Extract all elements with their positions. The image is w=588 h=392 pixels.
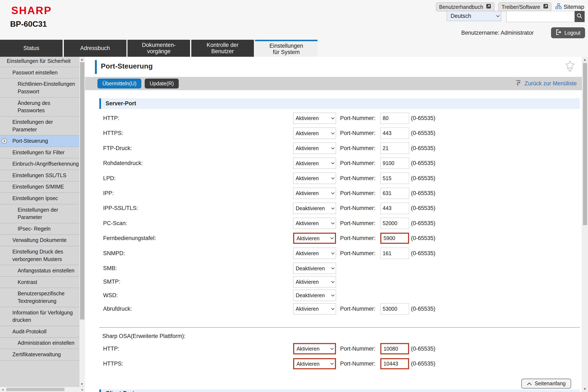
osa-https-state-select[interactable]: Aktivieren [293, 358, 336, 370]
sidebar-item-passwort-einstellen[interactable]: Passwort einstellen [0, 67, 79, 78]
tab-dokumentenvorgaenge[interactable]: Dokumenten- vorgänge [127, 40, 190, 56]
abrufdruck-state-select[interactable]: Aktivieren [293, 303, 336, 315]
scroll-up-arrow-icon[interactable]: ▲ [582, 57, 587, 62]
sidebar-item-information-fuer-verfolgung-drucken[interactable]: Information für Verfolgung drucken [0, 307, 79, 326]
sidebar-item-einstellungen-der-parameter[interactable]: Einstellungen der Parameter [0, 116, 79, 135]
port-number-label: Port-Nummer: [340, 235, 380, 242]
scroll-up-arrow-icon[interactable]: ▲ [79, 57, 85, 62]
drivers-button[interactable]: Treiber/Software [498, 2, 551, 11]
sidebar-item-audit-protokoll[interactable]: Audit-Protokoll [0, 326, 79, 338]
sidebar-item-richtlinien-einstellungen-passwort[interactable]: Richtlinien-Einstellungen Passwort [0, 78, 79, 97]
port-row-smtp: SMTP: Aktivieren [99, 276, 582, 288]
logout-button[interactable]: Logout [551, 27, 585, 38]
favorite-star-icon[interactable] [565, 60, 575, 74]
lpd-port-input[interactable] [380, 172, 409, 184]
sidebar-item-zertifikateverwaltung[interactable]: Zertifikateverwaltung [0, 349, 79, 360]
smtp-state-select[interactable]: Aktivieren [293, 276, 336, 288]
tab-kontrolle-der-benutzer[interactable]: Kontrolle der Benutzer [191, 40, 254, 56]
ipp-port-input[interactable] [380, 188, 409, 199]
sidebar-item-einbruch-angriffserkennung[interactable]: Einbruch-/Angriffserkennung [0, 158, 79, 170]
device-model: BP-60C31 [10, 20, 47, 28]
sidebar-item-kontrast[interactable]: Kontrast [0, 276, 79, 288]
header-user-row: Benutzername: Administrator Logout [461, 27, 585, 38]
sidebar-item-einstellungen-s-mime[interactable]: Einstellungen S/MIME [0, 182, 79, 193]
scroll-down-arrow-icon[interactable]: ▼ [582, 386, 587, 392]
port-number-label: Port-Nummer: [340, 205, 380, 212]
language-select[interactable]: Deutsch [447, 11, 501, 21]
sidebar-filler [0, 360, 79, 376]
https-port-input[interactable] [380, 128, 409, 139]
back-to-menu-link[interactable]: Zurück zur Menüliste [516, 80, 577, 88]
update-button[interactable]: Update(R) [145, 78, 179, 88]
tab-adressbuch[interactable]: Adressbuch [64, 40, 126, 56]
https-state-select[interactable]: Aktivieren [293, 128, 336, 139]
pc-scan-state-select[interactable]: Aktivieren [293, 218, 336, 229]
sitemap-link[interactable]: Sitemap [556, 3, 584, 10]
port-range-text: (0-65535) [411, 220, 435, 226]
wsd-state-select[interactable]: Deaktivieren [293, 290, 336, 301]
scroll-left-arrow-icon[interactable]: ◂ [0, 387, 5, 392]
ftp-port-input[interactable] [380, 142, 409, 154]
port-number-label: Port-Nummer: [340, 175, 380, 182]
scroll-right-arrow-icon[interactable]: ▸ [80, 387, 85, 392]
port-range-text: (0-65535) [411, 115, 435, 122]
return-arrow-icon [516, 80, 522, 88]
sidebar-item-einstellung-druck-verborgenes-muster[interactable]: Einstellung Druck des verborgenen Muster… [0, 246, 79, 265]
fernbedienung-state-select[interactable]: Aktivieren [293, 233, 336, 244]
section-divider [99, 327, 580, 328]
sidebar-item-einstellungen-ipsec[interactable]: Einstellungen Ipsec [0, 193, 79, 204]
sidebar-vertical-scroll-thumb[interactable] [80, 62, 84, 319]
http-state-select[interactable]: Aktivieren [293, 113, 336, 124]
sidebar-item-aenderung-des-passwortes[interactable]: Änderung des Passwortes [0, 98, 79, 116]
sidebar-item-port-steuerung[interactable]: Port-Steuerung [0, 135, 79, 147]
fernbedienung-port-input[interactable] [380, 233, 409, 244]
osa-https-port-input[interactable] [380, 358, 409, 370]
sitemap-icon [556, 3, 562, 10]
manual-button[interactable]: Benutzerhandbuch [436, 2, 494, 11]
sidebar-item-verwaltung-dokumente[interactable]: Verwaltung Dokumente [0, 234, 79, 246]
snmpd-port-input[interactable] [380, 248, 409, 259]
port-row-pc-scan: PC-Scan: Aktivieren Port-Nummer: (0-6553… [99, 218, 582, 229]
sidebar-item-anfangsstatus-einstellen[interactable]: Anfangsstatus einstellen [0, 265, 79, 276]
logout-label: Logout [565, 30, 581, 36]
pc-scan-port-input[interactable] [380, 218, 409, 229]
page-vertical-scrollbar[interactable]: ▲ ▼ [582, 57, 588, 392]
ipp-ssl-state-select[interactable]: Deaktivieren [293, 202, 336, 214]
page-vertical-scroll-thumb[interactable] [583, 63, 587, 225]
search-input[interactable] [506, 11, 575, 22]
sidebar-horizontal-scroll-thumb[interactable] [6, 388, 64, 391]
search-button[interactable] [575, 11, 585, 22]
osa-http-state-select[interactable]: Aktivieren [293, 343, 336, 354]
sidebar-item-benutzerspezifische-textregistrierung[interactable]: Benutzerspezifische Textregistrierung [0, 288, 79, 307]
sidebar-item-administration-einstellen[interactable]: Administration einstellen [0, 338, 79, 349]
sidebar-vertical-scrollbar[interactable]: ▲ ▼ [79, 57, 85, 387]
scroll-down-arrow-icon[interactable]: ▼ [79, 382, 85, 387]
sidebar-horizontal-scrollbar[interactable]: ◂ ▸ [0, 387, 85, 392]
lpd-state-select[interactable]: Aktivieren [293, 172, 336, 184]
sidebar-item-einstellungen-fuer-filter[interactable]: Einstellungen für Filter [0, 147, 79, 158]
osa-http-port-input[interactable] [380, 343, 409, 354]
sidebar-item-einstellungen-ssl-tls[interactable]: Einstellungen SSL/TLS [0, 170, 79, 182]
http-port-input[interactable] [380, 113, 409, 124]
smb-state-select[interactable]: Deaktivieren [293, 263, 336, 274]
sidebar-item-einstellungen-fuer-sicherheit[interactable]: Einstellungen für Sicherheit [0, 57, 79, 67]
abrufdruck-port-input[interactable] [380, 303, 409, 315]
page-root: SHARP BP-60C31 Benutzerhandbuch Treiber/… [0, 0, 588, 392]
tab-status[interactable]: Status [0, 40, 63, 56]
port-number-label: Port-Nummer: [340, 250, 380, 257]
tab-einstellungen-fuer-system[interactable]: Einstellungen für System [255, 40, 317, 56]
port-row-ftp-druck: FTP-Druck: Aktivieren Port-Nummer: (0-65… [99, 142, 582, 154]
submit-button[interactable]: Übermitteln(U) [97, 78, 141, 88]
page-top-button[interactable]: Seitenanfang [521, 378, 571, 389]
ftp-state-select[interactable]: Aktivieren [293, 142, 336, 154]
ipp-state-select[interactable]: Aktivieren [293, 188, 336, 199]
port-number-label: Port-Nummer: [340, 145, 380, 152]
sidebar-item-einstellungen-der-parameter-ipsec[interactable]: Einstellungen der Parameter [0, 204, 79, 223]
tab-label: Kontrolle der Benutzer [207, 42, 239, 55]
rohdaten-state-select[interactable]: Aktivieren [293, 158, 336, 169]
sidebar-item-ipsec-regeln[interactable]: IPsec- Regeln [0, 223, 79, 235]
ipp-ssl-port-input[interactable] [380, 202, 409, 214]
rohdaten-port-input[interactable] [380, 158, 409, 169]
snmpd-state-select[interactable]: Aktivieren [293, 248, 336, 259]
manual-button-label: Benutzerhandbuch [439, 4, 483, 10]
